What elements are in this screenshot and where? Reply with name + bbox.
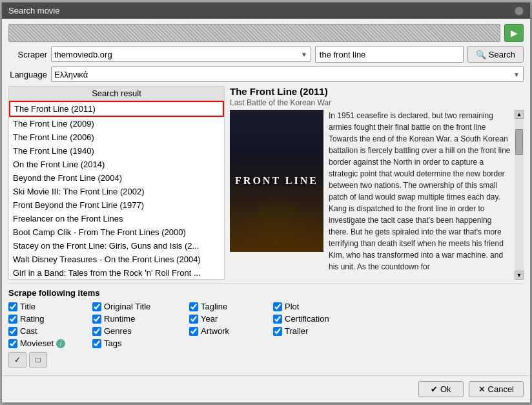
result-item[interactable]: Beyond the Front Line (2004) — [9, 171, 224, 185]
result-item[interactable]: Walt Disney Treasures - On the Front Lin… — [9, 253, 224, 266]
description-wrapper: In 1951 ceasefire is declared, but two r… — [329, 110, 524, 280]
checkbox-rating[interactable] — [8, 315, 17, 324]
check-all-icon: ✓ — [14, 355, 21, 364]
scraper-label: Scraper — [8, 50, 47, 59]
result-item[interactable]: Stacey on the Front Line: Girls, Guns an… — [9, 239, 224, 253]
scroll-bar[interactable]: ▲ ▼ — [515, 110, 524, 280]
movie-title: The Front Line (2011) — [230, 86, 524, 97]
checkbox-item-original_title: Original Title — [92, 302, 189, 311]
checkbox-artwork[interactable] — [189, 327, 198, 336]
poster-title: FRONT LINE — [235, 174, 318, 187]
checkbox-item-tagline: Tagline — [189, 302, 273, 311]
checkbox-label-movieset: Movieset — [20, 338, 54, 348]
checkbox-label-certification: Certification — [285, 314, 329, 324]
checkboxes-grid: TitleOriginal TitleTaglinePlotRatingRunt… — [8, 302, 524, 348]
check-all-button[interactable]: ✓ — [8, 352, 26, 368]
scrape-title: Scrape following items — [8, 288, 524, 298]
checkbox-runtime[interactable] — [92, 315, 101, 324]
checkbox-label-original_title: Original Title — [104, 302, 150, 311]
checkbox-original_title[interactable] — [92, 302, 101, 311]
main-content: Search result The Front Line (2011)The F… — [8, 86, 524, 280]
checkbox-label-tagline: Tagline — [201, 302, 227, 311]
result-item[interactable]: The Front Line (2009) — [9, 117, 224, 130]
ok-button[interactable]: ✔ Ok — [418, 381, 464, 397]
checkbox-label-cast: Cast — [20, 326, 37, 336]
result-item[interactable]: Girl in a Band: Tales from the Rock 'n' … — [9, 266, 224, 279]
scraper-row: Scraper themoviedb.org ▼ 🔍 Search — [8, 46, 524, 63]
play-button[interactable]: ▶ — [504, 24, 524, 42]
movie-info-row: FRONT LINE In 1951 ceasefire is declared… — [230, 110, 524, 280]
checkbox-movieset[interactable] — [8, 339, 17, 348]
checkbox-item-genres: Genres — [92, 326, 189, 336]
result-item[interactable]: Boot Camp Clik - From The Front Lines (2… — [9, 225, 224, 239]
uncheck-all-button[interactable]: □ — [29, 352, 47, 368]
checkbox-label-title: Title — [20, 302, 36, 311]
checkbox-label-runtime: Runtime — [104, 314, 135, 324]
checkbox-label-rating: Rating — [20, 314, 45, 324]
results-header: Search result — [9, 87, 224, 101]
checkbox-title[interactable] — [8, 302, 17, 311]
checkbox-item-movieset: Movieseti — [8, 338, 92, 348]
checkbox-item-trailer: Trailer — [273, 326, 363, 336]
result-item[interactable]: The Front Line (2011) — [9, 101, 224, 117]
checkbox-genres[interactable] — [92, 327, 101, 336]
close-button[interactable] — [515, 6, 524, 16]
movie-subtitle: Last Battle of the Korean War — [230, 98, 524, 107]
language-row: Language Ελληνικά ▼ — [8, 67, 524, 82]
pattern-area — [8, 24, 500, 42]
checkbox-item-rating: Rating — [8, 314, 92, 324]
dialog-body: ▶ Scraper themoviedb.org ▼ 🔍 Search Lang… — [2, 19, 530, 373]
checkbox-label-year: Year — [201, 314, 218, 324]
checkbox-tags[interactable] — [92, 339, 101, 348]
ok-icon: ✔ — [431, 384, 438, 394]
checkbox-item-runtime: Runtime — [92, 314, 189, 324]
result-item[interactable]: On the Front Line (2014) — [9, 158, 224, 171]
scroll-down-arrow[interactable]: ▼ — [515, 271, 524, 280]
checkbox-label-artwork: Artwork — [201, 326, 229, 336]
checkbox-item-certification: Certification — [273, 314, 363, 324]
checkbox-cast[interactable] — [8, 327, 17, 336]
action-buttons: ✔ Ok ✕ Cancel — [2, 375, 530, 402]
result-item[interactable]: Freelancer on the Front Lines — [9, 212, 224, 225]
checkbox-item-tags: Tags — [92, 338, 189, 348]
checkbox-trailer[interactable] — [273, 327, 282, 336]
checkbox-label-tags: Tags — [104, 338, 121, 348]
search-input[interactable] — [315, 46, 464, 63]
search-movie-dialog: Search movie ▶ Scraper themoviedb.org ▼ … — [1, 2, 531, 403]
scroll-thumb[interactable] — [515, 129, 523, 155]
checkbox-item-year: Year — [189, 314, 273, 324]
scrape-section: Scrape following items TitleOriginal Tit… — [8, 284, 524, 368]
checkbox-tagline[interactable] — [189, 302, 198, 311]
results-list[interactable]: The Front Line (2011)The Front Line (200… — [9, 101, 224, 279]
search-button[interactable]: 🔍 Search — [467, 46, 524, 63]
checkbox-item-title: Title — [8, 302, 92, 311]
movieset-info-icon[interactable]: i — [56, 339, 65, 348]
result-item[interactable]: Ski Movie III: The Front Line (2002) — [9, 185, 224, 198]
result-item[interactable]: Front Beyond the Front Line (1977) — [9, 198, 224, 212]
results-panel: Search result The Front Line (2011)The F… — [8, 86, 225, 280]
cancel-icon: ✕ — [478, 384, 486, 394]
checkbox-label-trailer: Trailer — [285, 326, 308, 336]
cancel-button[interactable]: ✕ Cancel — [469, 381, 524, 397]
ok-label: Ok — [440, 384, 451, 394]
result-item[interactable]: The Front Line (1940) — [9, 144, 224, 158]
cancel-label: Cancel — [488, 384, 514, 394]
language-select[interactable]: Ελληνικά — [51, 67, 524, 82]
scraper-select-wrapper: themoviedb.org ▼ — [51, 47, 311, 62]
language-select-wrapper: Ελληνικά ▼ — [51, 67, 524, 82]
result-item[interactable]: The Front Line (2006) — [9, 130, 224, 144]
poster-background: FRONT LINE — [230, 110, 323, 252]
checkbox-label-genres: Genres — [104, 326, 132, 336]
toolbar: ▶ — [8, 24, 524, 42]
uncheck-all-icon: □ — [36, 355, 40, 364]
search-button-label: Search — [489, 50, 515, 59]
checkbox-label-plot: Plot — [285, 302, 299, 311]
checkbox-item-artwork: Artwork — [189, 326, 273, 336]
checkbox-item-plot: Plot — [273, 302, 363, 311]
scraper-select[interactable]: themoviedb.org — [51, 47, 311, 62]
checkbox-certification[interactable] — [273, 315, 282, 324]
dialog-title: Search movie — [8, 6, 59, 16]
scroll-up-arrow[interactable]: ▲ — [515, 110, 524, 119]
checkbox-year[interactable] — [189, 315, 198, 324]
checkbox-plot[interactable] — [273, 302, 282, 311]
